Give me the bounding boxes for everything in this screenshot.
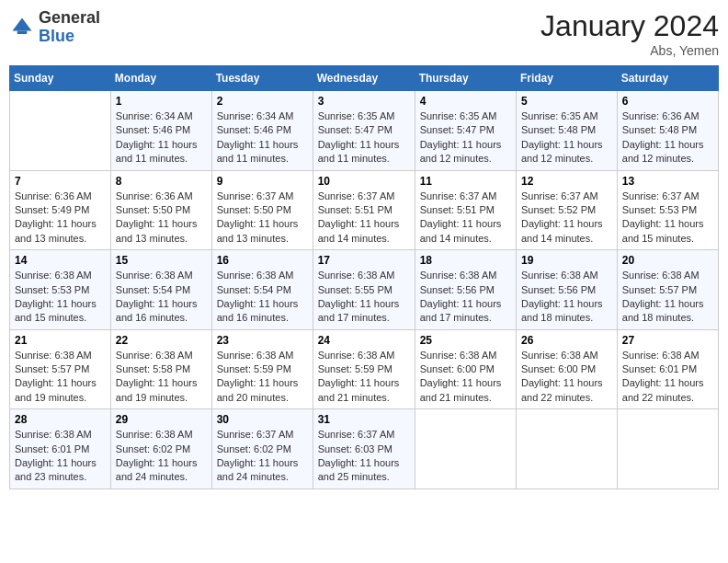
day-number: 13 — [622, 175, 713, 188]
day-number: 2 — [217, 95, 308, 108]
calendar-cell: 12Sunrise: 6:37 AMSunset: 5:52 PMDayligh… — [516, 170, 617, 250]
weekday-header-thursday: Thursday — [415, 66, 516, 91]
calendar-cell: 18Sunrise: 6:38 AMSunset: 5:56 PMDayligh… — [415, 250, 516, 330]
page-header: General Blue January 2024 Abs, Yemen — [9, 9, 719, 58]
calendar-cell: 28Sunrise: 6:38 AMSunset: 6:01 PMDayligh… — [10, 409, 111, 489]
calendar-cell: 26Sunrise: 6:38 AMSunset: 6:00 PMDayligh… — [516, 329, 617, 409]
day-number: 11 — [420, 175, 511, 188]
calendar-cell: 15Sunrise: 6:38 AMSunset: 5:54 PMDayligh… — [110, 250, 211, 330]
day-number: 27 — [622, 334, 713, 347]
calendar-cell: 23Sunrise: 6:38 AMSunset: 5:59 PMDayligh… — [211, 329, 313, 409]
calendar-cell: 22Sunrise: 6:38 AMSunset: 5:58 PMDayligh… — [110, 329, 211, 409]
day-detail: Sunrise: 6:36 AMSunset: 5:49 PMDaylight:… — [15, 190, 106, 247]
weekday-header-tuesday: Tuesday — [211, 66, 313, 91]
weekday-header-monday: Monday — [110, 66, 211, 91]
day-detail: Sunrise: 6:34 AMSunset: 5:46 PMDaylight:… — [217, 109, 308, 167]
day-number: 20 — [622, 254, 713, 267]
calendar-cell: 14Sunrise: 6:38 AMSunset: 5:53 PMDayligh… — [10, 250, 111, 330]
day-detail: Sunrise: 6:38 AMSunset: 5:55 PMDaylight:… — [318, 269, 410, 326]
day-detail: Sunrise: 6:38 AMSunset: 5:59 PMDaylight:… — [318, 349, 410, 406]
title-block: January 2024 Abs, Yemen — [540, 9, 719, 58]
calendar-cell: 8Sunrise: 6:36 AMSunset: 5:50 PMDaylight… — [110, 170, 211, 250]
week-row-1: 1Sunrise: 6:34 AMSunset: 5:46 PMDaylight… — [10, 91, 719, 171]
day-number: 8 — [116, 175, 207, 188]
svg-marker-0 — [13, 17, 32, 30]
day-number: 24 — [318, 334, 410, 347]
calendar-cell: 7Sunrise: 6:36 AMSunset: 5:49 PMDaylight… — [10, 170, 111, 250]
day-detail: Sunrise: 6:37 AMSunset: 5:53 PMDaylight:… — [622, 190, 713, 247]
weekday-header-wednesday: Wednesday — [313, 66, 415, 91]
day-detail: Sunrise: 6:38 AMSunset: 5:57 PMDaylight:… — [15, 349, 106, 406]
day-number: 30 — [217, 413, 308, 426]
day-detail: Sunrise: 6:38 AMSunset: 5:54 PMDaylight:… — [217, 269, 308, 326]
day-detail: Sunrise: 6:37 AMSunset: 5:50 PMDaylight:… — [217, 190, 308, 247]
day-detail: Sunrise: 6:38 AMSunset: 5:56 PMDaylight:… — [420, 269, 511, 326]
day-number: 25 — [420, 334, 511, 347]
calendar-cell: 3Sunrise: 6:35 AMSunset: 5:47 PMDaylight… — [313, 91, 415, 171]
day-detail: Sunrise: 6:38 AMSunset: 6:02 PMDaylight:… — [116, 428, 207, 485]
day-detail: Sunrise: 6:38 AMSunset: 6:00 PMDaylight:… — [420, 349, 511, 406]
day-number: 6 — [622, 95, 713, 108]
day-detail: Sunrise: 6:38 AMSunset: 5:57 PMDaylight:… — [622, 269, 713, 326]
day-number: 7 — [15, 175, 106, 188]
calendar-cell: 4Sunrise: 6:35 AMSunset: 5:47 PMDaylight… — [415, 91, 516, 171]
day-number: 10 — [318, 175, 410, 188]
day-detail: Sunrise: 6:37 AMSunset: 5:52 PMDaylight:… — [521, 190, 612, 247]
day-number: 17 — [318, 254, 410, 267]
day-number: 31 — [318, 413, 410, 426]
weekday-header-sunday: Sunday — [10, 66, 111, 91]
day-number: 5 — [521, 95, 612, 108]
weekday-header-saturday: Saturday — [617, 66, 718, 91]
day-detail: Sunrise: 6:38 AMSunset: 5:59 PMDaylight:… — [217, 349, 308, 406]
day-detail: Sunrise: 6:37 AMSunset: 6:03 PMDaylight:… — [318, 428, 410, 485]
week-row-5: 28Sunrise: 6:38 AMSunset: 6:01 PMDayligh… — [10, 409, 719, 489]
calendar-cell — [516, 409, 617, 489]
calendar-cell: 13Sunrise: 6:37 AMSunset: 5:53 PMDayligh… — [617, 170, 718, 250]
day-detail: Sunrise: 6:38 AMSunset: 6:00 PMDaylight:… — [521, 349, 612, 406]
calendar-cell: 9Sunrise: 6:37 AMSunset: 5:50 PMDaylight… — [211, 170, 313, 250]
calendar-cell: 16Sunrise: 6:38 AMSunset: 5:54 PMDayligh… — [211, 250, 313, 330]
calendar-cell — [617, 409, 718, 489]
day-number: 16 — [217, 254, 308, 267]
calendar-cell: 27Sunrise: 6:38 AMSunset: 6:01 PMDayligh… — [617, 329, 718, 409]
calendar-cell: 5Sunrise: 6:35 AMSunset: 5:48 PMDaylight… — [516, 91, 617, 171]
day-number: 9 — [217, 175, 308, 188]
calendar-cell: 24Sunrise: 6:38 AMSunset: 5:59 PMDayligh… — [313, 329, 415, 409]
weekday-header-friday: Friday — [516, 66, 617, 91]
logo-blue-text: Blue — [39, 27, 74, 45]
day-detail: Sunrise: 6:36 AMSunset: 5:48 PMDaylight:… — [622, 109, 713, 167]
calendar-cell — [415, 409, 516, 489]
day-detail: Sunrise: 6:38 AMSunset: 5:53 PMDaylight:… — [15, 269, 106, 326]
week-row-3: 14Sunrise: 6:38 AMSunset: 5:53 PMDayligh… — [10, 250, 719, 330]
day-number: 1 — [116, 95, 207, 108]
day-number: 3 — [318, 95, 410, 108]
day-number: 21 — [15, 334, 106, 347]
day-detail: Sunrise: 6:35 AMSunset: 5:47 PMDaylight:… — [420, 109, 511, 167]
day-detail: Sunrise: 6:37 AMSunset: 5:51 PMDaylight:… — [420, 190, 511, 247]
calendar-cell: 30Sunrise: 6:37 AMSunset: 6:02 PMDayligh… — [211, 409, 313, 489]
day-number: 29 — [116, 413, 207, 426]
calendar-cell: 10Sunrise: 6:37 AMSunset: 5:51 PMDayligh… — [313, 170, 415, 250]
day-number: 12 — [521, 175, 612, 188]
calendar-cell: 1Sunrise: 6:34 AMSunset: 5:46 PMDaylight… — [110, 91, 211, 171]
calendar-cell: 31Sunrise: 6:37 AMSunset: 6:03 PMDayligh… — [313, 409, 415, 489]
day-number: 4 — [420, 95, 511, 108]
logo-icon — [9, 15, 35, 40]
day-detail: Sunrise: 6:35 AMSunset: 5:47 PMDaylight:… — [318, 109, 410, 167]
day-detail: Sunrise: 6:38 AMSunset: 5:56 PMDaylight:… — [521, 269, 612, 326]
calendar-cell: 17Sunrise: 6:38 AMSunset: 5:55 PMDayligh… — [313, 250, 415, 330]
day-detail: Sunrise: 6:37 AMSunset: 6:02 PMDaylight:… — [217, 428, 308, 485]
week-row-2: 7Sunrise: 6:36 AMSunset: 5:49 PMDaylight… — [10, 170, 719, 250]
day-number: 23 — [217, 334, 308, 347]
calendar-cell: 25Sunrise: 6:38 AMSunset: 6:00 PMDayligh… — [415, 329, 516, 409]
calendar-cell: 29Sunrise: 6:38 AMSunset: 6:02 PMDayligh… — [110, 409, 211, 489]
day-detail: Sunrise: 6:36 AMSunset: 5:50 PMDaylight:… — [116, 190, 207, 247]
day-number: 26 — [521, 334, 612, 347]
day-detail: Sunrise: 6:34 AMSunset: 5:46 PMDaylight:… — [116, 109, 207, 167]
day-number: 15 — [116, 254, 207, 267]
svg-rect-1 — [17, 30, 28, 34]
header-row: SundayMondayTuesdayWednesdayThursdayFrid… — [10, 66, 719, 91]
week-row-4: 21Sunrise: 6:38 AMSunset: 5:57 PMDayligh… — [10, 329, 719, 409]
day-detail: Sunrise: 6:38 AMSunset: 5:54 PMDaylight:… — [116, 269, 207, 326]
day-number: 22 — [116, 334, 207, 347]
